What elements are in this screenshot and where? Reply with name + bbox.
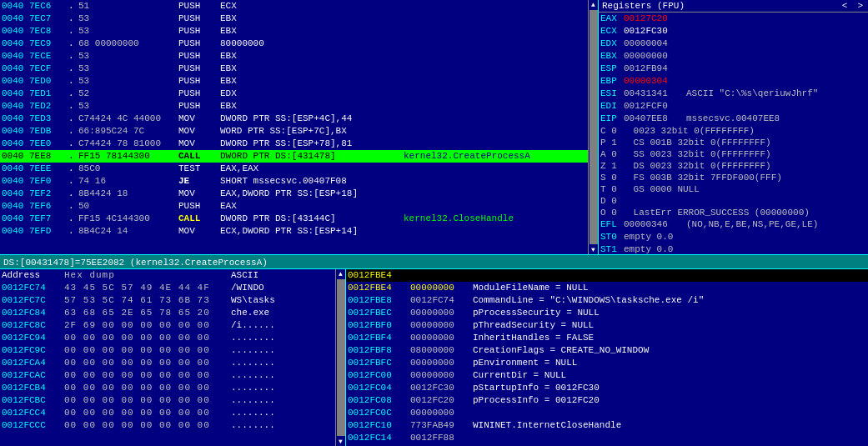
dump-row[interactable]: 0012FCB400 00 00 00 00 00 00 00........ — [0, 382, 335, 394]
flag-row: D 0 — [599, 195, 868, 207]
dump-with-scroll: AddressHex dumpASCII0012FC7443 45 5C 57 … — [0, 269, 345, 446]
scroll-thumb[interactable] — [590, 10, 598, 244]
dump-hex: 00 00 00 00 00 00 00 00 — [64, 419, 231, 432]
dump-row[interactable]: 0012FC8C2F 69 00 00 00 00 00 00/i...... — [0, 319, 335, 332]
reg-name: ESI — [600, 88, 624, 100]
watch-val: 00000000 — [410, 282, 473, 294]
dump-row[interactable]: 0012FC9400 00 00 00 00 00 00 00........ — [0, 332, 335, 344]
scroll-down-arrow[interactable]: ▼ — [590, 245, 596, 254]
disasm-row[interactable]: 0040 7EF7 . FF15 4C144300 CALL DWORD PTR… — [0, 213, 588, 225]
watch-row[interactable]: 0012FC080012FC20pProcessInfo = 0012FC20 — [346, 394, 868, 407]
dump-row[interactable]: 0012FCA400 00 00 00 00 00 00 00........ — [0, 357, 335, 369]
dump-ascii: ........ — [231, 407, 334, 419]
reg-comment — [686, 63, 866, 75]
watch-row[interactable]: 0012FBE400000000ModuleFileName = NULL — [346, 282, 868, 294]
main-container: 0040 7EC6 . 51 PUSH ECX 0040 7EC7 . 53 P… — [0, 0, 868, 446]
watch-val: 0012FC20 — [410, 394, 473, 407]
reg-row: ESI00431341ASCII "C:\%s\qeriuwJhrf" — [599, 88, 868, 100]
dump-scroll-down[interactable]: ▼ — [338, 437, 344, 446]
reg-value: 00000000 — [624, 50, 686, 63]
disasm-operands: EAX,EAX — [220, 163, 404, 175]
watch-row[interactable]: 0012FBEC00000000pProcessSecurity = NULL — [346, 307, 868, 319]
disasm-comment — [404, 88, 586, 100]
watch-comment: CurrentDir = NULL — [473, 369, 866, 382]
disasm-addr: 0040 7EF6 — [2, 200, 68, 213]
dump-row[interactable]: 0012FCAC00 00 00 00 00 00 00 00........ — [0, 369, 335, 382]
disasm-row[interactable]: 0040 7EC6 . 51 PUSH ECX — [0, 0, 588, 13]
reg-row: EDX00000004 — [599, 38, 868, 50]
dump-addr: 0012FCAC — [2, 369, 64, 382]
dump-row[interactable]: 0012FCBC00 00 00 00 00 00 00 00........ — [0, 394, 335, 407]
disasm-addr: 0040 7ED1 — [2, 88, 68, 100]
dump-scroll-up[interactable]: ▲ — [338, 269, 344, 278]
reg-st-name: ST0 — [600, 231, 624, 243]
dump-ascii: WS\tasks — [231, 294, 334, 307]
disasm-addr: 0040 7ED2 — [2, 100, 68, 113]
disasm-comment — [404, 138, 586, 150]
disasm-row[interactable]: 0040 7EF0 . 74 16 JE SHORT mssecsvc.0040… — [0, 175, 588, 188]
watch-row[interactable]: 0012FC0C00000000 — [346, 407, 868, 419]
dump-row[interactable]: 0012FC7C57 53 5C 74 61 73 6B 73WS\tasks — [0, 294, 335, 307]
watch-comment: ModuleFileName = NULL — [473, 282, 866, 294]
watch-addr: 0012FC14 — [348, 432, 410, 444]
dump-hex: 63 68 65 2E 65 78 65 20 — [64, 307, 231, 319]
disasm-row[interactable]: 0040 7EF2 . 8B4424 18 MOV EAX,DWORD PTR … — [0, 188, 588, 200]
disasm-row[interactable]: 0040 7EDB . 66:895C24 7C MOV WORD PTR SS… — [0, 125, 588, 138]
dump-header-hex: Hex dump — [64, 269, 231, 282]
watch-row[interactable]: 0012FBFC00000000pEnvironment = NULL — [346, 357, 868, 369]
disasm-mnemonic: PUSH — [178, 75, 220, 88]
watch-row[interactable]: 0012FC0000000000CurrentDir = NULL — [346, 369, 868, 382]
dump-addr: 0012FC7C — [2, 294, 64, 307]
disasm-row[interactable]: 0040 7ED1 . 52 PUSH EDX — [0, 88, 588, 100]
dump-row[interactable]: 0012FC7443 45 5C 57 49 4E 44 4F/WINDO — [0, 282, 335, 294]
disasm-mnemonic: CALL — [178, 150, 220, 163]
disasm-hex: FF15 78144300 — [78, 150, 178, 163]
reg-comment — [686, 25, 866, 38]
disasm-row[interactable]: 0040 7EE8 . FF15 78144300 CALL DWORD PTR… — [0, 150, 588, 163]
disasm-addr: 0040 7EC9 — [2, 38, 68, 50]
disasm-row[interactable]: 0040 7ECE . 53 PUSH EBX — [0, 50, 588, 63]
dump-scrollbar[interactable]: ▲ ▼ — [335, 269, 345, 446]
disasm-addr: 0040 7ECF — [2, 63, 68, 75]
disasm-hex: 53 — [78, 50, 178, 63]
dump-scroll-thumb[interactable] — [337, 279, 345, 436]
watch-row[interactable]: 0012FC040012FC30pStartupInfo = 0012FC30 — [346, 382, 868, 394]
registers-nav-prev[interactable]: < — [840, 1, 850, 11]
disasm-row[interactable]: 0040 7EC9 . 68 00000000 PUSH 80000000 — [0, 38, 588, 50]
dump-row[interactable]: 0012FC8463 68 65 2E 65 78 65 20che.exe — [0, 307, 335, 319]
watch-row[interactable]: 0012FBF400000000InheritHandles = FALSE — [346, 332, 868, 344]
watch-row[interactable]: 0012FBE80012FC74CommandLine = "C:\WINDOW… — [346, 294, 868, 307]
dump-row[interactable]: 0012FCC400 00 00 00 00 00 00 00........ — [0, 407, 335, 419]
disasm-row[interactable]: 0040 7ED3 . C74424 4C 44000 MOV DWORD PT… — [0, 113, 588, 125]
reg-row: EBX00000000 — [599, 50, 868, 63]
disasm-row[interactable]: 0040 7EC7 . 53 PUSH EBX — [0, 13, 588, 25]
disasm-hex: 8B4424 18 — [78, 188, 178, 200]
watch-row[interactable]: 0012FBF000000000pThreadSecurity = NULL — [346, 319, 868, 332]
disasm-addr: 0040 7EC6 — [2, 0, 68, 13]
disasm-hex: FF15 4C144300 — [78, 213, 178, 225]
dump-row[interactable]: 0012FC9C00 00 00 00 00 00 00 00........ — [0, 344, 335, 357]
disasm-comment — [404, 75, 586, 88]
disasm-row[interactable]: 0040 7ECF . 53 PUSH EBX — [0, 63, 588, 75]
dump-hex: 00 00 00 00 00 00 00 00 — [64, 407, 231, 419]
registers-nav-next[interactable]: > — [855, 1, 865, 11]
disasm-operands: ECX — [220, 0, 404, 13]
watch-row[interactable]: 0012FC140012FF88 — [346, 432, 868, 444]
disasm-row[interactable]: 0040 7EF6 . 50 PUSH EAX — [0, 200, 588, 213]
reg-value: 00431341 — [624, 88, 686, 100]
watch-row[interactable]: 0012FC10773FAB49WININET.InternetCloseHan… — [346, 419, 868, 432]
disasm-row[interactable]: 0040 7EE0 . C74424 78 81000 MOV DWORD PT… — [0, 138, 588, 150]
disasm-row[interactable]: 0040 7ED2 . 53 PUSH EBX — [0, 100, 588, 113]
disasm-row[interactable]: 0040 7EEE . 85C0 TEST EAX,EAX — [0, 163, 588, 175]
disasm-addr: 0040 7EFD — [2, 225, 68, 238]
disasm-scrollbar[interactable]: ▲ ▼ — [588, 0, 598, 254]
disasm-row[interactable]: 0040 7ED0 . 53 PUSH EBX — [0, 75, 588, 88]
registers-nav: < > — [840, 1, 865, 11]
disasm-operands: DWORD PTR SS:[ESP+4C],44 — [220, 113, 404, 125]
disasm-dot: . — [68, 88, 78, 100]
disasm-row[interactable]: 0040 7EFD . 8B4C24 14 MOV ECX,DWORD PTR … — [0, 225, 588, 238]
watch-row[interactable]: 0012FBF808000000CreationFlags = CREATE_N… — [346, 344, 868, 357]
dump-row[interactable]: 0012FCCC00 00 00 00 00 00 00 00........ — [0, 419, 335, 432]
disasm-row[interactable]: 0040 7EC8 . 53 PUSH EBX — [0, 25, 588, 38]
scroll-up-arrow[interactable]: ▲ — [590, 0, 596, 9]
